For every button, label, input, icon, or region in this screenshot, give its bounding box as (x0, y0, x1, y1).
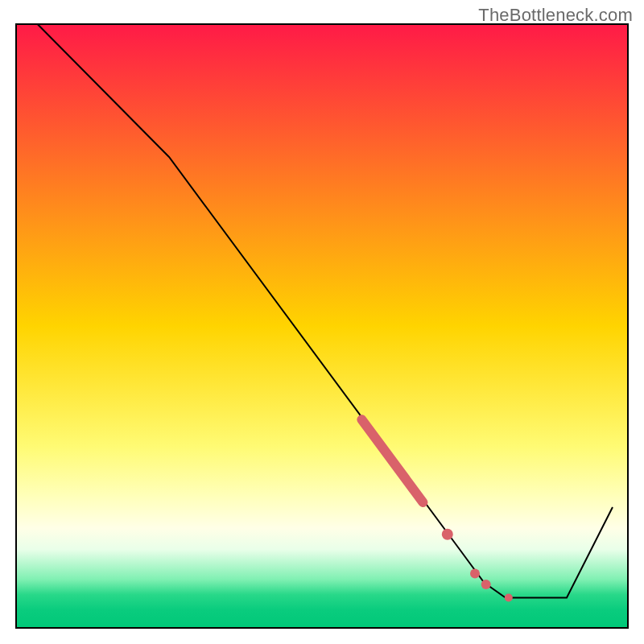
marker-dot (481, 580, 491, 589)
chart-background (16, 24, 628, 628)
chart-svg (0, 0, 644, 644)
marker-dot (470, 569, 480, 579)
marker-dot (442, 529, 453, 540)
bottleneck-chart: TheBottleneck.com (0, 0, 644, 644)
watermark: TheBottleneck.com (478, 5, 633, 26)
marker-dot (505, 594, 513, 602)
